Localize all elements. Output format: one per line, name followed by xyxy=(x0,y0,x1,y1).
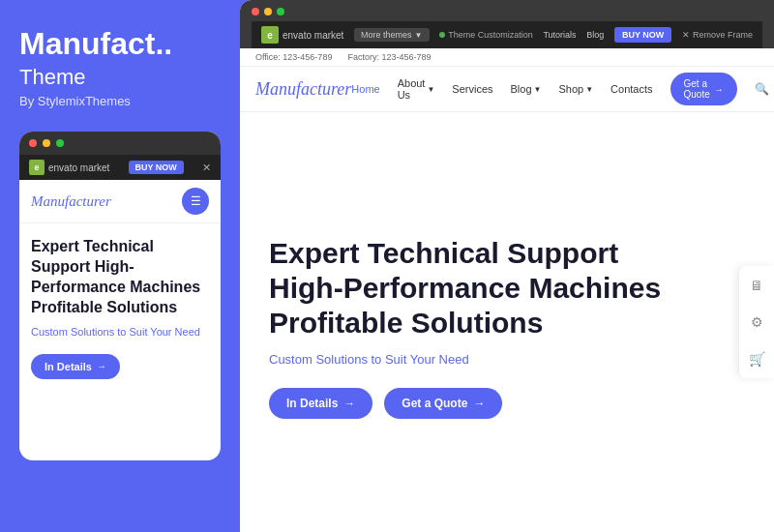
hero-section: Expert Technical Support High-Performanc… xyxy=(240,112,774,532)
mobile-buy-now-badge[interactable]: BUY NOW xyxy=(129,161,184,174)
shop-chevron: ▼ xyxy=(585,85,593,94)
mobile-logo: Manufacturer xyxy=(31,193,111,210)
hamburger-button[interactable]: ☰ xyxy=(182,188,209,215)
factory-contact: Factory: 123-456-789 xyxy=(347,52,431,62)
dot-yellow xyxy=(43,139,50,147)
browser-dot-red xyxy=(252,8,259,15)
more-themes-button[interactable]: More themes ▼ xyxy=(354,28,429,42)
remove-frame-button[interactable]: ✕ Remove Frame xyxy=(682,30,753,40)
envato-market-logo: e envato market xyxy=(261,26,343,44)
more-themes-label: More themes xyxy=(361,30,412,40)
search-icon[interactable]: 🔍 xyxy=(755,82,769,96)
browser-buy-now-button[interactable]: BUY NOW xyxy=(614,27,671,43)
nav-item-home[interactable]: Home xyxy=(351,83,379,95)
mobile-content: Expert Technical Support High-Performanc… xyxy=(19,223,221,393)
mobile-preview-card: e envato market BUY NOW ✕ Manufacturer ☰… xyxy=(19,132,221,460)
blog-link[interactable]: Blog xyxy=(586,30,604,40)
hero-heading-line2: High-Performance Machines xyxy=(269,272,661,304)
mobile-header: Manufacturer ☰ xyxy=(19,180,221,223)
sidebar-author: By StylemixThemes xyxy=(19,94,221,108)
floating-icons-panel: 🖥 ⚙ 🛒 xyxy=(738,266,774,378)
website-logo: Manufacturer xyxy=(255,79,351,100)
get-quote-arrow: → xyxy=(714,84,724,95)
envato-text-small: envato market xyxy=(48,163,109,173)
more-themes-chevron: ▼ xyxy=(415,31,423,40)
nav-item-about[interactable]: About Us ▼ xyxy=(398,77,435,101)
dot-red xyxy=(29,139,37,147)
monitor-icon[interactable]: 🖥 xyxy=(745,274,768,297)
envato-logo-small: e envato market xyxy=(29,160,109,175)
hero-get-quote-label: Get a Quote xyxy=(402,397,467,410)
remove-frame-label: Remove Frame xyxy=(693,30,753,40)
customization-label: Theme Customization xyxy=(448,30,533,40)
dot-green xyxy=(56,139,64,147)
main-area: e envato market More themes ▼ Theme Cust… xyxy=(240,0,774,532)
about-chevron: ▼ xyxy=(427,85,434,94)
browser-chrome: e envato market More themes ▼ Theme Cust… xyxy=(240,0,774,48)
browser-envato-bar: e envato market More themes ▼ Theme Cust… xyxy=(252,21,762,48)
green-status-dot xyxy=(439,32,445,38)
in-details-button[interactable]: In Details → xyxy=(269,388,372,419)
browser-dot-green xyxy=(277,8,284,15)
envato-icon-lg: e xyxy=(261,26,279,44)
in-details-label: In Details xyxy=(286,397,338,410)
nav-item-shop[interactable]: Shop ▼ xyxy=(558,83,593,95)
hero-subtext: Custom Solutions to Suit Your Need xyxy=(269,352,745,367)
remove-frame-x: ✕ xyxy=(682,30,690,40)
mobile-cta-arrow: → xyxy=(97,361,106,371)
cart-icon[interactable]: 🛒 xyxy=(745,347,768,370)
mobile-envato-bar: e envato market BUY NOW ✕ xyxy=(19,155,221,180)
hero-heading-line3: Profitable Solutions xyxy=(269,307,543,339)
in-details-arrow: → xyxy=(343,397,355,410)
sidebar-subtitle: Theme xyxy=(19,65,221,90)
browser-dot-yellow xyxy=(264,8,272,15)
tutorials-link[interactable]: Tutorials xyxy=(543,30,576,40)
hero-heading: Expert Technical Support High-Performanc… xyxy=(269,236,675,340)
hero-buttons: In Details → Get a Quote → xyxy=(269,388,745,419)
mobile-cta-button[interactable]: In Details → xyxy=(31,354,120,379)
get-quote-label: Get a Quote xyxy=(684,78,710,100)
hero-get-quote-button[interactable]: Get a Quote → xyxy=(384,388,502,419)
browser-dots xyxy=(252,8,762,15)
nav-items: Home About Us ▼ Services Blog ▼ Shop ▼ C… xyxy=(351,73,768,105)
hero-heading-line1: Expert Technical Support xyxy=(269,237,618,269)
nav-item-blog[interactable]: Blog ▼ xyxy=(511,83,542,95)
mobile-cta-label: In Details xyxy=(45,361,92,372)
contact-bar: Office: 123-456-789 Factory: 123-456-789 xyxy=(240,48,774,67)
mobile-heading: Expert Technical Support High-Performanc… xyxy=(31,237,209,317)
nav-item-services[interactable]: Services xyxy=(452,83,492,95)
mobile-close-button[interactable]: ✕ xyxy=(202,162,211,174)
get-quote-button[interactable]: Get a Quote → xyxy=(670,73,737,105)
blog-chevron: ▼ xyxy=(534,85,542,94)
website-nav: Manufacturer Home About Us ▼ Services Bl… xyxy=(240,67,774,112)
envato-icon: e xyxy=(29,160,45,175)
theme-customization: Theme Customization xyxy=(439,30,533,40)
nav-item-contacts[interactable]: Contacts xyxy=(610,83,652,95)
sidebar: Manufact.. Theme By StylemixThemes e env… xyxy=(0,0,240,532)
sidebar-title: Manufact.. xyxy=(19,27,221,61)
settings-icon[interactable]: ⚙ xyxy=(745,310,768,334)
office-contact: Office: 123-456-789 xyxy=(255,52,332,62)
hero-get-quote-arrow: → xyxy=(473,397,485,410)
mobile-subtitle: Custom Solutions to Suit Your Need xyxy=(31,325,209,340)
mobile-top-bar xyxy=(19,132,221,155)
envato-market-text: envato market xyxy=(283,30,343,41)
